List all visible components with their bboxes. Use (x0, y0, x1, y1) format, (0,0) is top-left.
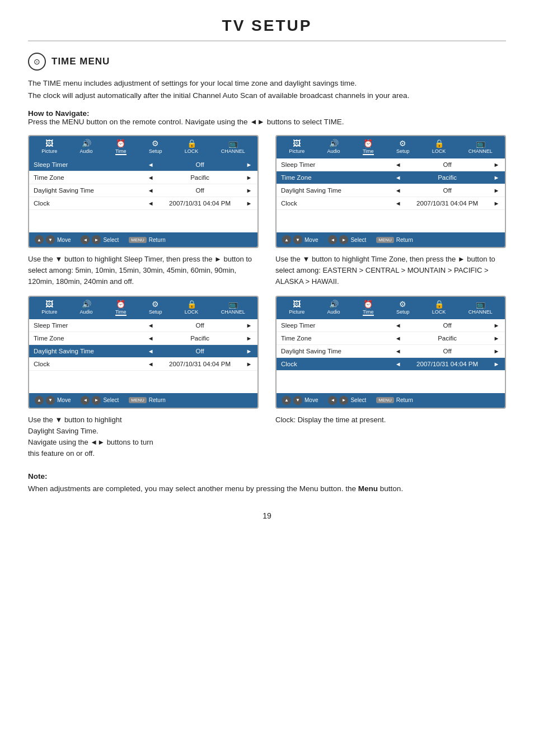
nav-picture-2: 🖼 Picture (289, 139, 305, 155)
tv-menu-2: 🖼 Picture 🔊 Audio ⏰ Time ⚙ Setup 🔒 (275, 135, 506, 248)
tv-menu-3: 🖼 Picture 🔊 Audio ⏰ Time ⚙ Setup 🔒 (28, 296, 259, 409)
footer-move-2: ▲ ▼ Move (282, 235, 318, 244)
nav-lock-2: 🔒 LOCK (432, 139, 446, 155)
nav-picture-4: 🖼 Picture (289, 300, 305, 316)
tv-menu-4: 🖼 Picture 🔊 Audio ⏰ Time ⚙ Setup 🔒 (275, 296, 506, 409)
note-section: Note: When adjustments are completed, yo… (28, 470, 506, 494)
time-icon: ⊙ (28, 53, 46, 71)
tv-menu-body-1: Sleep Timer ◄ Off ► Time Zone ◄ Pacific … (29, 158, 257, 232)
section-title: TIME MENU (51, 56, 110, 67)
nav-audio-4: 🔊 Audio (327, 300, 340, 316)
tv-menu-header-1: 🖼 Picture 🔊 Audio ⏰ Time ⚙ Setup 🔒 (29, 136, 257, 158)
menu-row-timezone-1: Time Zone ◄ Pacific ► (29, 171, 257, 184)
panels-row-2: 🖼 Picture 🔊 Audio ⏰ Time ⚙ Setup 🔒 (28, 296, 506, 460)
panel-block-3: 🖼 Picture 🔊 Audio ⏰ Time ⚙ Setup 🔒 (28, 296, 259, 460)
footer-move-1: ▲ ▼ Move (35, 235, 71, 244)
menu-row-clock-2: Clock ◄ 2007/10/31 04:04 PM ► (277, 197, 505, 210)
nav-time-3: ⏰ Time (115, 300, 127, 316)
nav-audio-3: 🔊 Audio (80, 300, 93, 316)
tv-menu-footer-4: ▲ ▼ Move ◄ ► Select MENU Return (277, 393, 505, 408)
section-header: ⊙ TIME MENU (28, 53, 506, 71)
nav-time-2: ⏰ Time (363, 139, 374, 155)
panel-4-desc: Clock: Display the time at present. (275, 414, 506, 426)
tv-menu-footer-1: ▲ ▼ Move ◄ ► Select MENU Return (29, 232, 257, 247)
nav-lock-3: 🔒 LOCK (185, 300, 199, 316)
panels-row-1: 🖼 Picture 🔊 Audio ⏰ Time ⚙ Setup 🔒 (28, 135, 506, 287)
how-to-navigate: How to Navigate: Press the MENU button o… (28, 109, 506, 126)
menu-row-dst-4: Daylight Saving Time ◄ Off ► (277, 345, 505, 358)
nav-lock-4: 🔒 LOCK (432, 300, 446, 316)
menu-row-clock-3: Clock ◄ 2007/10/31 04:04 PM ► (29, 358, 257, 371)
footer-select-4: ◄ ► Select (328, 396, 366, 405)
nav-audio-2: 🔊 Audio (327, 139, 340, 155)
nav-setup-4: ⚙ Setup (396, 300, 410, 316)
nav-setup-2: ⚙ Setup (396, 139, 410, 155)
page-number: 19 (28, 511, 506, 520)
nav-time-4: ⏰ Time (363, 300, 374, 316)
footer-return-3: MENU Return (129, 397, 166, 403)
nav-lock-1: 🔒 LOCK (185, 139, 199, 155)
menu-row-dst-3: Daylight Saving Time ◄ Off ► (29, 345, 257, 358)
nav-channel-2: 📺 CHANNEL (469, 139, 493, 155)
panel-2-desc: Use the ▼ button to highlight Time Zone,… (275, 254, 506, 287)
menu-row-timezone-2: Time Zone ◄ Pacific ► (277, 171, 505, 184)
menu-row-sleep-1: Sleep Timer ◄ Off ► (29, 158, 257, 171)
tv-menu-header-4: 🖼 Picture 🔊 Audio ⏰ Time ⚙ Setup 🔒 (277, 297, 505, 319)
nav-picture-3: 🖼 Picture (41, 300, 57, 316)
menu-row-timezone-4: Time Zone ◄ Pacific ► (277, 332, 505, 345)
footer-return-1: MENU Return (129, 237, 166, 243)
nav-channel-3: 📺 CHANNEL (221, 300, 245, 316)
footer-move-3: ▲ ▼ Move (35, 396, 71, 405)
panel-block-2: 🖼 Picture 🔊 Audio ⏰ Time ⚙ Setup 🔒 (275, 135, 506, 287)
footer-return-4: MENU Return (376, 397, 413, 403)
tv-menu-header-3: 🖼 Picture 🔊 Audio ⏰ Time ⚙ Setup 🔒 (29, 297, 257, 319)
panel-block-1: 🖼 Picture 🔊 Audio ⏰ Time ⚙ Setup 🔒 (28, 135, 259, 287)
menu-row-clock-4: Clock ◄ 2007/10/31 04:04 PM ► (277, 358, 505, 371)
tv-menu-footer-2: ▲ ▼ Move ◄ ► Select MENU Return (277, 232, 505, 247)
menu-row-sleep-4: Sleep Timer ◄ Off ► (277, 319, 505, 332)
page-title: TV SETUP (28, 17, 506, 41)
section-description: The TIME menu includes adjustment of set… (28, 77, 506, 101)
nav-time-1: ⏰ Time (115, 139, 127, 155)
tv-menu-body-4: Sleep Timer ◄ Off ► Time Zone ◄ Pacific … (277, 319, 505, 393)
footer-move-4: ▲ ▼ Move (282, 396, 318, 405)
menu-row-timezone-3: Time Zone ◄ Pacific ► (29, 332, 257, 345)
footer-select-3: ◄ ► Select (81, 396, 119, 405)
menu-row-clock-1: Clock ◄ 2007/10/31 04:04 PM ► (29, 197, 257, 210)
menu-row-dst-2: Daylight Saving Time ◄ Off ► (277, 184, 505, 197)
menu-row-sleep-3: Sleep Timer ◄ Off ► (29, 319, 257, 332)
panel-3-desc: Use the ▼ button to highlightDaylight Sa… (28, 414, 259, 460)
nav-setup-3: ⚙ Setup (149, 300, 162, 316)
footer-select-2: ◄ ► Select (328, 235, 366, 244)
panel-1-desc: Use the ▼ button to highlight Sleep Time… (28, 254, 259, 287)
nav-audio-1: 🔊 Audio (80, 139, 93, 155)
nav-picture-1: 🖼 Picture (41, 139, 57, 155)
panel-block-4: 🖼 Picture 🔊 Audio ⏰ Time ⚙ Setup 🔒 (275, 296, 506, 460)
tv-menu-header-2: 🖼 Picture 🔊 Audio ⏰ Time ⚙ Setup 🔒 (277, 136, 505, 158)
nav-channel-4: 📺 CHANNEL (469, 300, 493, 316)
tv-menu-1: 🖼 Picture 🔊 Audio ⏰ Time ⚙ Setup 🔒 (28, 135, 259, 248)
menu-row-sleep-2: Sleep Timer ◄ Off ► (277, 158, 505, 171)
nav-setup-1: ⚙ Setup (149, 139, 162, 155)
menu-row-dst-1: Daylight Saving Time ◄ Off ► (29, 184, 257, 197)
nav-channel-1: 📺 CHANNEL (221, 139, 245, 155)
tv-menu-body-3: Sleep Timer ◄ Off ► Time Zone ◄ Pacific … (29, 319, 257, 393)
tv-menu-footer-3: ▲ ▼ Move ◄ ► Select MENU Return (29, 393, 257, 408)
tv-menu-body-2: Sleep Timer ◄ Off ► Time Zone ◄ Pacific … (277, 158, 505, 232)
footer-select-1: ◄ ► Select (81, 235, 119, 244)
footer-return-2: MENU Return (376, 237, 413, 243)
